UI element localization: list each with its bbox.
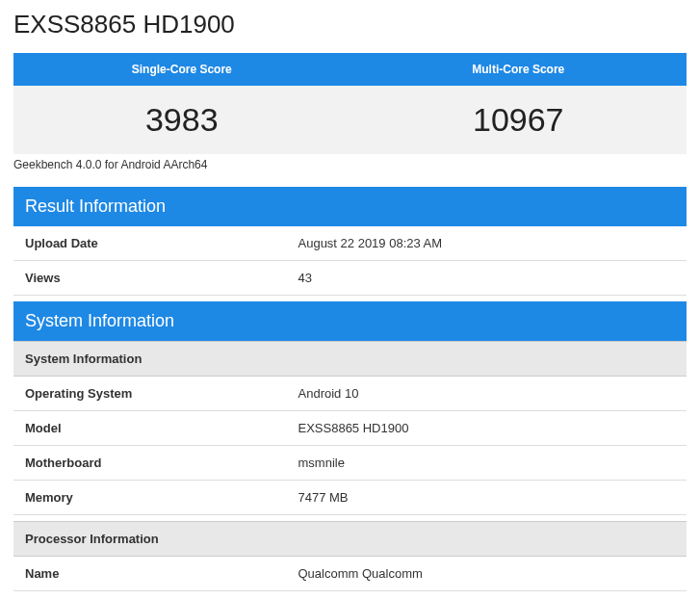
row-value: EXSS8865 HD1900: [298, 421, 676, 435]
row-label: Memory: [25, 490, 298, 505]
version-text: Geekbench 4.0.0 for Android AArch64: [13, 158, 687, 171]
row-label: Motherboard: [25, 456, 298, 470]
row-label: Upload Date: [25, 236, 298, 250]
single-core-box: Single-Core Score 3983: [13, 53, 350, 154]
row-value: Android 10: [298, 386, 676, 401]
row-label: Model: [25, 421, 298, 435]
row-value: 7477 MB: [298, 490, 676, 505]
processor-info-subheader: Processor Information: [13, 521, 687, 557]
table-row: Motherboard msmnile: [13, 446, 687, 481]
table-row: Upload Date August 22 2019 08:23 AM: [13, 226, 687, 261]
table-row: Memory 7477 MB: [13, 481, 687, 515]
system-info-subheader: System Information: [13, 341, 687, 377]
row-value: Qualcomm Qualcomm: [298, 566, 676, 581]
multi-core-box: Multi-Core Score 10967: [350, 53, 687, 154]
row-value: 43: [298, 271, 676, 285]
page-title: EXSS8865 HD1900: [13, 10, 687, 39]
system-info-header: System Information: [13, 301, 687, 341]
single-core-label: Single-Core Score: [13, 53, 350, 86]
row-label: Views: [25, 271, 298, 285]
table-row: Operating System Android 10: [13, 377, 687, 411]
multi-core-label: Multi-Core Score: [350, 53, 687, 86]
row-value: msmnile: [298, 456, 676, 470]
table-row: Name Qualcomm Qualcomm: [13, 557, 687, 591]
result-info-header: Result Information: [13, 187, 687, 226]
score-row: Single-Core Score 3983 Multi-Core Score …: [13, 53, 687, 154]
row-label: Name: [25, 566, 298, 581]
table-row: Views 43: [13, 261, 687, 296]
single-core-value: 3983: [13, 86, 350, 154]
row-label: Operating System: [25, 386, 298, 401]
multi-core-value: 10967: [350, 86, 687, 154]
table-row: Model EXSS8865 HD1900: [13, 411, 687, 446]
row-value: August 22 2019 08:23 AM: [298, 236, 676, 250]
table-row: Topology 1 Processor, 8 Cores: [13, 591, 687, 599]
